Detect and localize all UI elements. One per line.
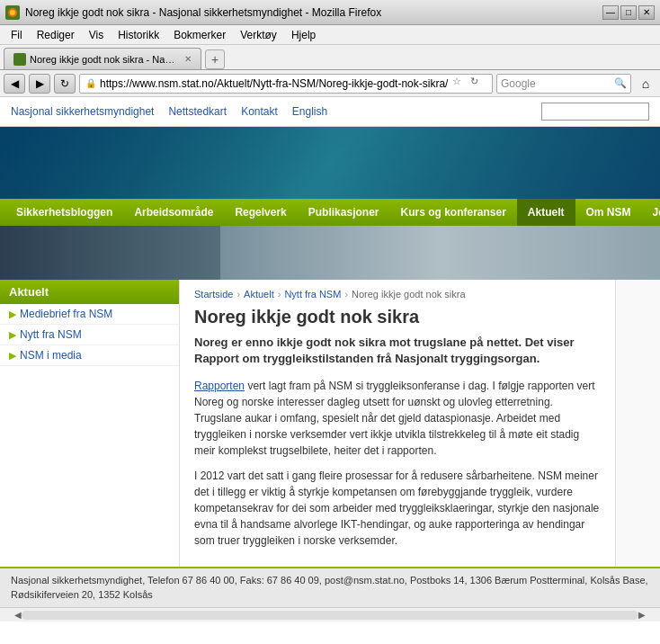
topnav-sitemap-link[interactable]: Nettstedkart <box>168 105 227 118</box>
new-tab-button[interactable]: + <box>205 49 225 69</box>
scroll-left-arrow[interactable]: ◀ <box>14 610 22 620</box>
nav-jobb[interactable]: Jobb i <box>642 199 660 226</box>
search-box[interactable]: Google 🔍 <box>496 74 631 94</box>
header-overlay <box>0 127 660 199</box>
article-body: Rapporten vert lagt fram på NSM si trygg… <box>194 378 601 549</box>
site-columns: Aktuelt ▶ Mediebrief fra NSM ▶ Nytt fra … <box>0 280 660 567</box>
article-paragraph-1: Rapporten vert lagt fram på NSM si trygg… <box>194 378 601 459</box>
reload-button[interactable]: ↻ <box>54 74 76 94</box>
sidebar-item-label-3: NSM i media <box>20 349 82 362</box>
lock-icon: 🔒 <box>85 78 96 88</box>
menu-vis[interactable]: Vis <box>82 27 111 43</box>
breadcrumb-startside[interactable]: Startside <box>194 289 233 300</box>
article-paragraph-2: I 2012 vart det satt i gang fleire prose… <box>194 468 601 549</box>
search-placeholder: Google <box>501 77 612 90</box>
left-sidebar: Aktuelt ▶ Mediebrief fra NSM ▶ Nytt fra … <box>0 280 180 567</box>
nav-publikasjoner[interactable]: Publikasjoner <box>298 199 390 226</box>
site-topnav: Nasjonal sikkerhetsmyndighet Nettstedkar… <box>0 97 660 127</box>
address-box[interactable]: 🔒 https://www.nsm.stat.no/Aktuelt/Nytt-f… <box>79 74 493 94</box>
topnav-english-link[interactable]: English <box>292 105 327 118</box>
menubar: Fil Rediger Vis Historikk Bokmerker Verk… <box>0 25 660 45</box>
search-button[interactable]: 🔍 <box>614 77 627 89</box>
tab-favicon <box>13 53 26 66</box>
breadcrumb-sep-1: › <box>236 289 240 300</box>
scrollbar-area: ◀ ▶ <box>0 607 660 622</box>
sidebar-item-nytt[interactable]: ▶ Nytt fra NSM <box>0 325 179 345</box>
breadcrumb-sep-3: › <box>344 289 348 300</box>
reload-icon: ↻ <box>60 77 69 90</box>
active-tab[interactable]: Noreg ikkje godt nok sikra - Nasjo... ✕ <box>4 48 201 69</box>
breadcrumb-current: Noreg ikkje godt nok sikra <box>352 289 466 300</box>
nav-sikkerhetsbloggen[interactable]: Sikkerhetsbloggen <box>5 199 123 226</box>
site-header-banner <box>0 127 660 199</box>
footer-text: Nasjonal sikkerhetsmyndighet, Telefon 67… <box>11 575 648 599</box>
sidebar-item-label: Mediebrief fra NSM <box>20 308 112 320</box>
forward-button[interactable]: ▶ <box>29 74 50 94</box>
nav-kurs[interactable]: Kurs og konferanser <box>389 199 516 226</box>
breadcrumb-aktuelt[interactable]: Aktuelt <box>244 289 274 300</box>
hero-image-1 <box>0 226 220 280</box>
address-icons: ☆ ↻ <box>452 76 486 92</box>
breadcrumb-nytt[interactable]: Nytt fra NSM <box>284 289 341 300</box>
breadcrumb-sep-2: › <box>278 289 281 300</box>
menu-hjelp[interactable]: Hjelp <box>284 27 323 43</box>
topnav-home-link[interactable]: Nasjonal sikkerhetsmyndighet <box>11 105 154 118</box>
menu-bokmerker[interactable]: Bokmerker <box>166 27 233 43</box>
url-text: https://www.nsm.stat.no/Aktuelt/Nytt-fra… <box>100 77 449 90</box>
sidebar-arrow-icon-3: ▶ <box>9 350 16 362</box>
minimize-button[interactable]: — <box>602 5 619 20</box>
sidebar-item-mediebrief[interactable]: ▶ Mediebrief fra NSM <box>0 304 179 325</box>
sidebar-item-label-2: Nytt fra NSM <box>20 328 82 341</box>
back-button[interactable]: ◀ <box>4 74 25 94</box>
addressbar: ◀ ▶ ↻ 🔒 https://www.nsm.stat.no/Aktuelt/… <box>0 70 660 97</box>
tab-close-button[interactable]: ✕ <box>184 54 192 64</box>
close-button[interactable]: ✕ <box>638 5 655 20</box>
home-button[interactable]: ⌂ <box>635 74 656 94</box>
article-lead: Noreg er enno ikkje godt nok sikra mot t… <box>194 335 601 367</box>
scrollbar-track[interactable] <box>22 611 638 620</box>
site-hero-images <box>0 226 660 280</box>
site-search-input[interactable] <box>541 103 649 121</box>
nav-regelverk[interactable]: Regelverk <box>224 199 297 226</box>
bookmark-star-icon[interactable]: ☆ <box>452 76 468 92</box>
back-icon: ◀ <box>11 77 19 90</box>
sidebar-arrow-icon-2: ▶ <box>9 329 16 341</box>
nav-aktuelt[interactable]: Aktuelt <box>517 199 575 226</box>
tab-label: Noreg ikkje godt nok sikra - Nasjo... <box>30 54 177 65</box>
sidebar-arrow-icon: ▶ <box>9 309 16 320</box>
hero-image-3 <box>440 226 660 280</box>
firefox-icon <box>5 5 20 20</box>
menu-rediger[interactable]: Rediger <box>30 27 82 43</box>
site-mainnav: Sikkerhetsbloggen Arbeidsområde Regelver… <box>0 199 660 226</box>
nav-omnsm[interactable]: Om NSM <box>575 199 642 226</box>
hero-image-2 <box>220 226 441 280</box>
home-icon: ⌂ <box>642 76 649 91</box>
article-title: Noreg ikkje godt nok sikra <box>194 307 601 327</box>
right-sidebar <box>615 280 660 567</box>
rapporten-link[interactable]: Rapporten <box>194 380 245 392</box>
nav-arbeidsomrade[interactable]: Arbeidsområde <box>123 199 224 226</box>
tabbar: Noreg ikkje godt nok sikra - Nasjo... ✕ … <box>0 45 660 70</box>
menu-historikk[interactable]: Historikk <box>111 27 166 43</box>
menu-fil[interactable]: Fil <box>4 27 30 43</box>
window-controls[interactable]: — □ ✕ <box>602 5 655 20</box>
breadcrumb: Startside › Aktuelt › Nytt fra NSM › Nor… <box>194 289 601 300</box>
titlebar: Noreg ikkje godt nok sikra - Nasjonal si… <box>0 0 660 25</box>
forward-icon: ▶ <box>36 77 44 90</box>
browser-content: Nasjonal sikkerhetsmyndighet Nettstedkar… <box>0 97 660 607</box>
sidebar-item-media[interactable]: ▶ NSM i media <box>0 345 179 366</box>
svg-point-1 <box>10 10 15 15</box>
sidebar-heading: Aktuelt <box>0 280 179 304</box>
maximize-button[interactable]: □ <box>620 5 637 20</box>
topnav-links: Nasjonal sikkerhetsmyndighet Nettstedkar… <box>11 105 327 118</box>
topnav-contact-link[interactable]: Kontakt <box>241 105 278 118</box>
article-p1-text: vert lagt fram på NSM si tryggleiksonfer… <box>194 380 595 457</box>
menu-verktoy[interactable]: Verktøy <box>233 27 284 43</box>
site-footer: Nasjonal sikkerhetsmyndighet, Telefon 67… <box>0 567 660 607</box>
window-title: Noreg ikkje godt nok sikra - Nasjonal si… <box>25 6 602 19</box>
main-content: Startside › Aktuelt › Nytt fra NSM › Nor… <box>180 280 615 567</box>
scroll-right-arrow[interactable]: ▶ <box>638 610 646 620</box>
refresh-small-icon[interactable]: ↻ <box>470 76 486 92</box>
